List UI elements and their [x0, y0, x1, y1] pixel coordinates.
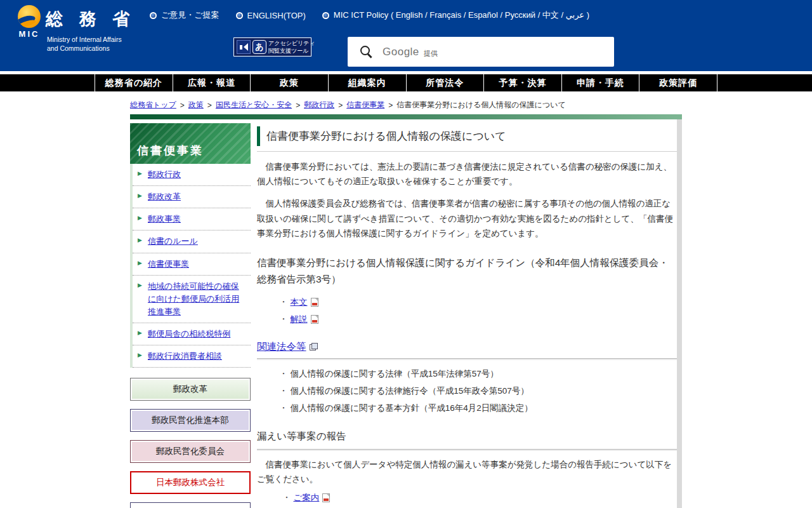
sidebar-item-postal-business[interactable]: ▶ 郵政事業 [133, 208, 251, 231]
breadcrumb-separator: > [296, 101, 300, 110]
page-title-block: 信書便事業分野における個人情報の保護について [257, 126, 677, 152]
sidebar-item-label[interactable]: 郵政行政 [148, 170, 181, 179]
content-scrollbar[interactable] [677, 119, 682, 508]
intro-paragraph-1: 信書便事業分野においては、憲法上の要請に基づき信書便法に規定されている信書の秘密… [257, 159, 677, 189]
breadcrumb-link-postal-admin[interactable]: 郵政行政 [304, 100, 334, 110]
arrow-icon: ▶ [138, 236, 142, 245]
breadcrumb-link-policy[interactable]: 政策 [188, 100, 204, 110]
nav-item-laws[interactable]: 所管法令 [406, 74, 484, 91]
circle-bullet-icon [150, 12, 157, 19]
banner-matured-savings[interactable]: 満期を過ぎた郵便貯金・ [130, 502, 251, 508]
breadcrumb-current: 信書便事業分野における個人情報の保護について [396, 100, 566, 110]
nav-item-evaluation[interactable]: 政策評価 [639, 74, 717, 91]
nav-item-applications[interactable]: 申請・手続 [561, 74, 639, 91]
global-nav-inner: 総務省の紹介 広報・報道 政策 組織案内 所管法令 予算・決算 申請・手続 政策… [95, 74, 717, 91]
related-laws-list: ・ 個人情報の保護に関する法律（平成15年法律第57号） ・ 個人情報の保護に関… [279, 368, 677, 414]
bullet: ・ [282, 492, 291, 504]
sidebar-item-label[interactable]: 信書便事業 [148, 259, 189, 269]
breadcrumb-separator: > [338, 101, 343, 110]
law-item-text: 個人情報の保護に関する法律施行令（平成15年政令第507号） [291, 385, 529, 397]
law-item-text: 個人情報の保護に関する法律（平成15年法律第57号） [291, 368, 499, 380]
sidebar-item-correspondence-business[interactable]: ▶ 信書便事業 [133, 253, 251, 276]
leak-report-links: ・ ご案内 ・ 報告書（別添様式） [282, 492, 677, 508]
main-content: 信書便事業分野における個人情報の保護について 信書便事業分野においては、憲法上の… [257, 126, 677, 508]
breadcrumb-link-daily-life[interactable]: 国民生活と安心・安全 [216, 100, 292, 110]
new-window-icon [310, 343, 318, 351]
list-item: ・ 個人情報の保護に関する基本方針（平成16年4月2日閣議決定） [279, 403, 677, 414]
page-title: 信書便事業分野における個人情報の保護について [257, 126, 677, 146]
bullet: ・ [279, 314, 288, 325]
page: MIC 総 務 省 Ministry of Internal Affairs a… [0, 0, 812, 508]
accessibility-tool-button[interactable]: あ アクセシビリティ 閲覧支援ツール [233, 37, 311, 57]
header-top-links: ご意見・ご提案 ENGLISH(TOP) MIC ICT Policy ( En… [150, 10, 589, 21]
sidebar-item-postal-admin[interactable]: ▶ 郵政行政 [133, 164, 251, 186]
circle-bullet-icon [236, 12, 243, 19]
sidebar-item-label[interactable]: 郵便局舎の相続税特例 [148, 329, 230, 338]
global-nav: 総務省の紹介 広報・報道 政策 組織案内 所管法令 予算・決算 申請・手続 政策… [0, 74, 812, 91]
arrow-icon: ▶ [138, 351, 142, 360]
breadcrumb-link-correspondence[interactable]: 信書便事業 [346, 100, 384, 110]
site-search-input[interactable]: Google 提供 [348, 37, 614, 67]
sidebar-item-inheritance-tax[interactable]: ▶ 郵便局舎の相続税特例 [133, 323, 251, 345]
search-icon [360, 46, 372, 58]
sidebar-menu: ▶ 郵政行政 ▶ 郵政改革 ▶ 郵政事業 ▶ 信書のルール ▶ 信書便事業 [130, 164, 251, 368]
banner-japan-post[interactable]: 日本郵政株式会社 [130, 471, 251, 494]
guideline-heading: 信書便事業分野における個人情報保護に関するガイドライン（令和4年個人情報保護委員… [257, 255, 677, 288]
search-provider-suffix: 提供 [424, 49, 438, 58]
guideline-commentary-link[interactable]: 解説 [291, 314, 318, 325]
pdf-icon [311, 315, 318, 324]
sidebar-item-postal-reform[interactable]: ▶ 郵政改革 [133, 186, 251, 208]
breadcrumb: 総務省トップ > 政策 > 国民生活と安心・安全 > 郵政行政 > 信書便事業 … [130, 100, 566, 110]
related-laws-link[interactable]: 関連法令等 [257, 340, 318, 354]
list-item: ・ 個人情報の保護に関する法律（平成15年法律第57号） [279, 368, 677, 380]
ict-policy-link-label: MIC ICT Policy ( English / Français / Es… [334, 10, 589, 21]
pdf-icon [322, 493, 330, 502]
feedback-link[interactable]: ご意見・ご提案 [150, 10, 219, 21]
arrow-icon: ▶ [138, 192, 142, 201]
sidebar-item-correspondence-rules[interactable]: ▶ 信書のルール [133, 231, 251, 253]
leak-report-text: 信書便事業において個人データや特定個人情報の漏えい等事案が発覚した場合の報告手続… [257, 457, 677, 486]
ict-policy-link[interactable]: MIC ICT Policy ( English / Français / Es… [322, 10, 589, 21]
nav-item-budget[interactable]: 予算・決算 [483, 74, 561, 91]
arrow-icon: ▶ [138, 259, 142, 268]
sidebar-item-label[interactable]: 郵政改革 [148, 192, 181, 201]
content-area: 総務省トップ > 政策 > 国民生活と安心・安全 > 郵政行政 > 信書便事業 … [0, 91, 812, 508]
list-item: ・ ご案内 [282, 492, 677, 504]
sidebar-title: 信書便事業 [137, 143, 204, 158]
law-item-text: 個人情報の保護に関する基本方針（平成16年4月2日閣議決定） [291, 403, 533, 414]
sidebar-item-label[interactable]: 地域の持続可能性の確保に向けた郵便局の利活用推進事業 [148, 281, 239, 316]
english-link[interactable]: ENGLISH(TOP) [236, 11, 306, 20]
banner-postal-reform[interactable]: 郵政改革 [130, 378, 251, 401]
sidebar-item-label[interactable]: 郵政行政消費者相談 [148, 351, 222, 361]
nav-item-organization[interactable]: 組織案内 [328, 74, 406, 91]
breadcrumb-link-home[interactable]: 総務省トップ [130, 100, 176, 110]
intro-paragraph-2: 個人情報保護委員会及び総務省では、信書便事業者が信書の秘密に属する事項その他の個… [257, 196, 677, 241]
sidebar-item-label[interactable]: 郵政事業 [148, 214, 181, 224]
pdf-icon [311, 298, 318, 307]
sidebar-item-consumer-consultation[interactable]: ▶ 郵政行政消費者相談 [133, 345, 251, 368]
nav-item-press[interactable]: 広報・報道 [173, 74, 251, 91]
english-link-label: ENGLISH(TOP) [247, 11, 306, 20]
nav-item-policy[interactable]: 政策 [250, 74, 328, 91]
bullet: ・ [279, 385, 288, 397]
sidebar-title-panel: 信書便事業 [130, 123, 251, 164]
breadcrumb-separator: > [388, 101, 393, 110]
ministry-name-en-line2: and Communications [47, 44, 122, 53]
arrow-icon: ▶ [138, 329, 142, 338]
sidebar-item-label[interactable]: 信書のルール [148, 236, 198, 246]
related-laws-section: 関連法令等 [257, 340, 677, 359]
banner-privatization-committee[interactable]: 郵政民営化委員会 [130, 440, 251, 463]
arrow-icon: ▶ [138, 170, 142, 178]
site-header: MIC 総 務 省 Ministry of Internal Affairs a… [0, 0, 812, 71]
ministry-name-jp: 総 務 省 [46, 8, 135, 30]
banner-privatization-hq[interactable]: 郵政民営化推進本部 [130, 409, 251, 432]
nav-item-about[interactable]: 総務省の紹介 [95, 74, 173, 91]
guideline-main-text-link[interactable]: 本文 [291, 297, 318, 308]
arrow-icon: ▶ [138, 281, 142, 290]
mic-logo[interactable]: MIC 総 務 省 Ministry of Internal Affairs a… [16, 4, 162, 67]
report-guide-link[interactable]: ご案内 [294, 492, 331, 504]
sidebar: 信書便事業 ▶ 郵政行政 ▶ 郵政改革 ▶ 郵政事業 ▶ 信書のルール [130, 123, 251, 508]
ministry-name-en: Ministry of Internal Affairs and Communi… [47, 36, 122, 53]
circle-bullet-icon [322, 12, 329, 19]
sidebar-item-regional-sustainability[interactable]: ▶ 地域の持続可能性の確保に向けた郵便局の利活用推進事業 [133, 276, 251, 323]
